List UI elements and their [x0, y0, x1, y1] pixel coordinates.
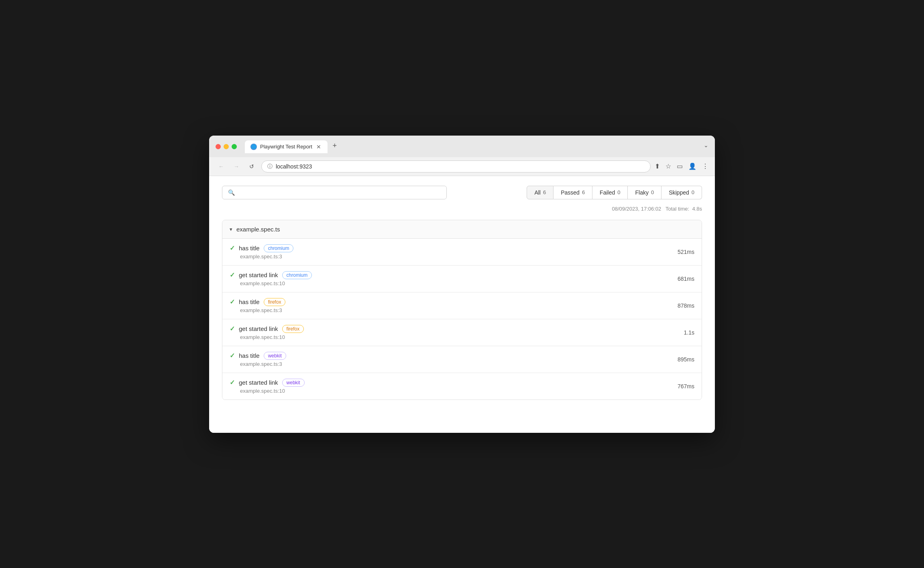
- test-duration: 681ms: [662, 276, 694, 282]
- filter-count: 0: [617, 189, 620, 195]
- back-button[interactable]: ←: [216, 161, 227, 172]
- test-info: ✓ get started link webkit example.spec.t…: [230, 379, 662, 394]
- search-icon: 🔍: [228, 189, 235, 196]
- nav-actions: ⬆ ☆ ▭ 👤 ⋮: [655, 162, 708, 170]
- test-name: get started link: [239, 325, 278, 332]
- sidebar-icon[interactable]: ▭: [677, 162, 683, 170]
- tab-close-button[interactable]: ✕: [315, 144, 322, 150]
- filter-btn-failed[interactable]: Failed 0: [592, 186, 628, 199]
- filter-btn-flaky[interactable]: Flaky 0: [628, 186, 661, 199]
- url-display: localhost:9323: [276, 163, 312, 170]
- test-info: ✓ get started link chromium example.spec…: [230, 271, 662, 286]
- test-name: get started link: [239, 272, 278, 278]
- filter-btn-passed[interactable]: Passed 6: [554, 186, 592, 199]
- search-input[interactable]: [238, 189, 441, 196]
- test-info: ✓ has title firefox example.spec.ts:3: [230, 298, 662, 313]
- filter-count: 6: [543, 189, 546, 195]
- test-name: has title: [239, 298, 260, 305]
- traffic-lights: [216, 144, 237, 149]
- spec-chevron-icon: ▾: [230, 226, 232, 232]
- test-info: ✓ get started link firefox example.spec.…: [230, 325, 662, 340]
- tab-title: Playwright Test Report: [260, 144, 312, 150]
- test-row[interactable]: ✓ get started link firefox example.spec.…: [222, 319, 702, 346]
- title-bar-top: 🌐 Playwright Test Report ✕ + ⌄: [216, 140, 708, 153]
- test-duration: 1.1s: [662, 329, 694, 336]
- test-info: ✓ has title chromium example.spec.ts:3: [230, 244, 662, 260]
- test-title-row: ✓ get started link webkit: [230, 379, 662, 387]
- close-button[interactable]: [216, 144, 221, 149]
- search-box[interactable]: 🔍: [222, 186, 447, 199]
- forward-button[interactable]: →: [231, 161, 242, 172]
- test-row[interactable]: ✓ get started link chromium example.spec…: [222, 266, 702, 292]
- pass-icon: ✓: [230, 352, 235, 359]
- bookmark-icon[interactable]: ☆: [666, 162, 671, 170]
- pass-icon: ✓: [230, 271, 235, 279]
- pass-icon: ✓: [230, 298, 235, 306]
- filter-count: 0: [651, 189, 654, 195]
- filter-label: Failed: [600, 189, 615, 196]
- test-duration: 878ms: [662, 302, 694, 309]
- profile-icon[interactable]: 👤: [688, 162, 696, 170]
- test-duration: 521ms: [662, 249, 694, 255]
- test-row[interactable]: ✓ has title webkit example.spec.ts:3 895…: [222, 346, 702, 373]
- page-content: 🔍 All 6Passed 6Failed 0Flaky 0Skipped 0 …: [209, 176, 715, 433]
- test-title-row: ✓ has title chromium: [230, 244, 662, 252]
- filter-label: All: [534, 189, 541, 196]
- test-title-row: ✓ get started link chromium: [230, 271, 662, 279]
- tab-favicon: 🌐: [250, 144, 257, 150]
- active-tab[interactable]: 🌐 Playwright Test Report ✕: [245, 140, 328, 153]
- test-location: example.spec.ts:10: [240, 334, 662, 340]
- test-name: has title: [239, 352, 260, 359]
- window-menu-button[interactable]: ⌄: [704, 142, 708, 148]
- test-name: get started link: [239, 379, 278, 386]
- test-location: example.spec.ts:10: [240, 280, 662, 286]
- filter-bar: 🔍 All 6Passed 6Failed 0Flaky 0Skipped 0: [222, 186, 702, 199]
- filter-btn-skipped[interactable]: Skipped 0: [661, 186, 702, 199]
- test-location: example.spec.ts:10: [240, 388, 662, 394]
- filter-count: 6: [582, 189, 585, 195]
- maximize-button[interactable]: [232, 144, 237, 149]
- test-location: example.spec.ts:3: [240, 307, 662, 313]
- pass-icon: ✓: [230, 325, 235, 333]
- test-info: ✓ has title webkit example.spec.ts:3: [230, 352, 662, 367]
- test-title-row: ✓ has title webkit: [230, 352, 662, 360]
- meta-info: 08/09/2023, 17:06:02 Total time: 4.8s: [222, 206, 702, 212]
- test-duration: 895ms: [662, 356, 694, 363]
- filter-label: Skipped: [669, 189, 689, 196]
- tests-list: ✓ has title chromium example.spec.ts:3 5…: [222, 239, 702, 400]
- results-container: ▾ example.spec.ts ✓ has title chromium e…: [222, 220, 702, 400]
- refresh-button[interactable]: ↺: [246, 161, 257, 172]
- share-icon[interactable]: ⬆: [655, 162, 660, 170]
- nav-bar: ← → ↺ ⓘ localhost:9323 ⬆ ☆ ▭ 👤 ⋮: [209, 157, 715, 176]
- test-duration: 767ms: [662, 383, 694, 389]
- browser-badge: webkit: [264, 352, 286, 360]
- new-tab-button[interactable]: +: [329, 140, 340, 152]
- spec-filename: example.spec.ts: [236, 226, 280, 233]
- browser-badge: webkit: [282, 379, 305, 387]
- filter-count: 0: [692, 189, 694, 195]
- minimize-button[interactable]: [224, 144, 229, 149]
- test-row[interactable]: ✓ has title firefox example.spec.ts:3 87…: [222, 292, 702, 319]
- test-location: example.spec.ts:3: [240, 361, 662, 367]
- browser-badge: chromium: [264, 244, 294, 252]
- total-time-label: Total time:: [666, 206, 689, 212]
- spec-header[interactable]: ▾ example.spec.ts: [222, 220, 702, 239]
- test-location: example.spec.ts:3: [240, 254, 662, 260]
- filter-label: Flaky: [635, 189, 648, 196]
- browser-badge: firefox: [264, 298, 286, 306]
- test-name: has title: [239, 245, 260, 252]
- filter-buttons: All 6Passed 6Failed 0Flaky 0Skipped 0: [527, 186, 702, 199]
- pass-icon: ✓: [230, 244, 235, 252]
- test-row[interactable]: ✓ get started link webkit example.spec.t…: [222, 373, 702, 400]
- pass-icon: ✓: [230, 379, 235, 386]
- test-row[interactable]: ✓ has title chromium example.spec.ts:3 5…: [222, 239, 702, 266]
- menu-icon[interactable]: ⋮: [702, 162, 708, 170]
- test-title-row: ✓ has title firefox: [230, 298, 662, 306]
- filter-label: Passed: [561, 189, 580, 196]
- total-time-value: 4.8s: [692, 206, 702, 212]
- address-bar[interactable]: ⓘ localhost:9323: [261, 160, 651, 172]
- datetime: 08/09/2023, 17:06:02: [612, 206, 661, 212]
- browser-badge: chromium: [282, 271, 312, 279]
- tabs-row: 🌐 Playwright Test Report ✕ +: [245, 140, 700, 153]
- filter-btn-all[interactable]: All 6: [527, 186, 554, 199]
